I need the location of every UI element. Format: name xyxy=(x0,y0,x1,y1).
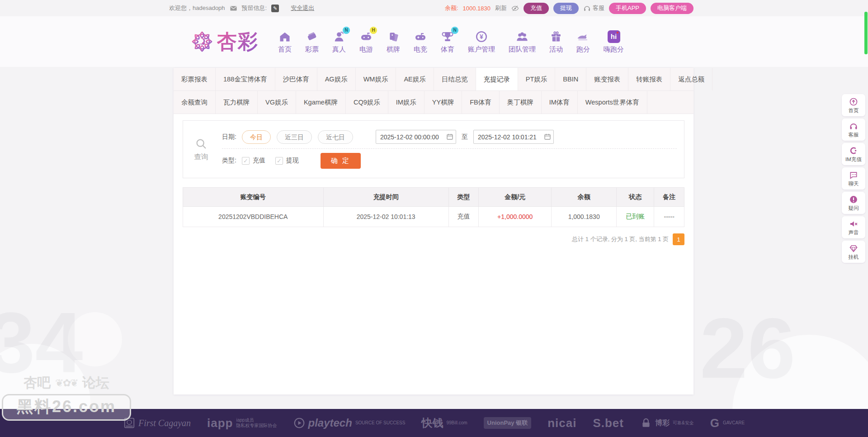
tab-返点总额[interactable]: 返点总额 xyxy=(670,68,712,90)
mail-icon[interactable] xyxy=(230,5,237,12)
service-link[interactable]: 客服 xyxy=(583,4,604,12)
footer-logo-name: iapp xyxy=(207,416,233,430)
withdraw-button[interactable]: 提现 xyxy=(553,3,579,14)
type-check-充值[interactable]: ✓充值 xyxy=(242,157,265,165)
tab-PT娱乐[interactable]: PT娱乐 xyxy=(518,68,556,90)
tab-沙巴体育[interactable]: 沙巴体育 xyxy=(275,68,317,90)
home-icon xyxy=(278,30,292,43)
message-label: 预留信息: xyxy=(242,4,267,12)
nav-item-2[interactable]: 彩票 xyxy=(298,30,326,54)
sidebar-item-聊天[interactable]: 聊天 xyxy=(842,167,865,190)
nav-item-8[interactable]: ¥账户管理 xyxy=(461,30,502,54)
page-number-button[interactable]: 1 xyxy=(673,233,684,245)
tab-VG娱乐[interactable]: VG娱乐 xyxy=(258,91,296,114)
sidebar-item-客服[interactable]: 客服 xyxy=(842,119,865,141)
nav-item-9[interactable]: 团队管理 xyxy=(502,30,542,54)
checkbox-icon: ✓ xyxy=(275,157,283,165)
tab-AG娱乐[interactable]: AG娱乐 xyxy=(317,68,356,90)
question-icon xyxy=(849,195,858,204)
type-check-提现[interactable]: ✓提现 xyxy=(275,157,299,165)
brand-logo[interactable]: 杏彩 xyxy=(190,28,259,55)
nav-item-12[interactable]: hi嗨跑分 xyxy=(597,30,631,54)
tab-AE娱乐[interactable]: AE娱乐 xyxy=(396,68,434,90)
tab-YY棋牌[interactable]: YY棋牌 xyxy=(425,91,462,114)
check-label: 提现 xyxy=(286,157,299,165)
search-label: 查询 xyxy=(194,152,208,162)
footer-logo-name: S.bet xyxy=(593,416,624,430)
footer-logo-name: playtech xyxy=(308,417,352,429)
footer-logo-name: 博彩 xyxy=(655,418,670,428)
watermark: 杏吧 ❦✿❦ 论坛 黑料26.com xyxy=(2,374,131,421)
footer-logo-sub: 99Bill.com xyxy=(446,420,467,426)
date-from-input[interactable] xyxy=(376,130,456,144)
nav-item-3[interactable]: N真人 xyxy=(326,30,353,54)
footer-logo-sub: iapp成员 隐私权专家国际协会 xyxy=(236,418,277,428)
nav-item-4[interactable]: H电游 xyxy=(353,30,380,54)
tab-IM体育[interactable]: IM体育 xyxy=(542,91,578,114)
scrollbar-thumb[interactable] xyxy=(864,12,868,54)
cell-余额: 1,000.1830 xyxy=(552,207,617,227)
sidebar-item-声音[interactable]: 声音 xyxy=(842,216,865,238)
cell-类型: 充值 xyxy=(448,207,479,227)
deposit-button[interactable]: 充值 xyxy=(524,3,549,14)
confirm-button[interactable]: 确 定 xyxy=(321,153,361,169)
eye-off-icon[interactable] xyxy=(511,5,519,12)
tabs-row-1: 彩票报表188金宝博体育沙巴体育AG娱乐WM娱乐AE娱乐日结总览充提记录PT娱乐… xyxy=(174,68,693,91)
headset-icon xyxy=(583,5,591,12)
type-label: 类型: xyxy=(222,157,236,165)
range-pill-近三日[interactable]: 近三日 xyxy=(277,130,312,144)
tab-Wesports世界体育[interactable]: Wesports世界体育 xyxy=(578,91,647,114)
tab-CQ9娱乐[interactable]: CQ9娱乐 xyxy=(346,91,388,114)
range-pill-今日[interactable]: 今日 xyxy=(242,130,271,144)
nav-item-6[interactable]: 电竞 xyxy=(407,30,434,54)
date-to-input[interactable] xyxy=(473,130,554,144)
tab-余额查询[interactable]: 余额查询 xyxy=(174,91,216,114)
column-header-类型: 类型 xyxy=(448,188,479,207)
refresh-link[interactable]: 刷新 xyxy=(495,4,507,12)
tab-IM娱乐[interactable]: IM娱乐 xyxy=(388,91,425,114)
footer-logo-6: nicai xyxy=(547,416,576,430)
nav-item-5[interactable]: 棋牌 xyxy=(380,30,407,54)
nav-item-1[interactable]: 首页 xyxy=(271,30,298,54)
nav-item-7[interactable]: N体育 xyxy=(434,30,461,54)
sidebar-item-首页[interactable]: 首页 xyxy=(842,94,865,116)
tab-FB体育[interactable]: FB体育 xyxy=(462,91,500,114)
mobile-app-button[interactable]: 手机APP xyxy=(609,3,646,14)
sidebar-label: 客服 xyxy=(849,132,859,138)
content-card: 彩票报表188金宝博体育沙巴体育AG娱乐WM娱乐AE娱乐日结总览充提记录PT娱乐… xyxy=(174,68,693,394)
tab-WM娱乐[interactable]: WM娱乐 xyxy=(356,68,396,90)
footer-logo-2: iappiapp成员 隐私权专家国际协会 xyxy=(207,416,277,430)
tab-彩票报表[interactable]: 彩票报表 xyxy=(174,68,216,90)
tab-188金宝博体育[interactable]: 188金宝博体育 xyxy=(216,68,275,90)
play-circle-icon xyxy=(293,417,305,429)
sidebar-label: 声音 xyxy=(849,229,859,236)
column-header-充提时间: 充提时间 xyxy=(323,188,448,207)
edit-icon[interactable]: ✎ xyxy=(271,5,279,12)
footer-logo-5: UnionPay 银联 xyxy=(484,417,532,429)
bg-number-right: 26 xyxy=(700,299,795,397)
type-checkboxes: ✓充值✓提现 xyxy=(242,157,309,165)
sidebar-item-挂机[interactable]: 挂机 xyxy=(842,241,865,263)
watermark-site: 黑料26.com xyxy=(2,394,131,421)
tab-奥丁棋牌[interactable]: 奥丁棋牌 xyxy=(500,91,542,114)
logout-link[interactable]: 安全退出 xyxy=(291,4,314,12)
nav-label: 彩票 xyxy=(305,45,319,54)
tab-账变报表[interactable]: 账变报表 xyxy=(586,68,628,90)
topbar: 欢迎您，hadesadoph 预留信息: ✎ 安全退出 余额: 1000.183… xyxy=(0,0,868,16)
tab-BBIN[interactable]: BBIN xyxy=(555,68,586,90)
tab-转账报表[interactable]: 转账报表 xyxy=(628,68,670,90)
team-icon xyxy=(515,30,529,43)
tab-瓦力棋牌[interactable]: 瓦力棋牌 xyxy=(216,91,258,114)
check-label: 充值 xyxy=(253,157,265,165)
tab-日结总览[interactable]: 日结总览 xyxy=(434,68,476,90)
search-icon xyxy=(194,137,208,151)
nav-item-10[interactable]: 活动 xyxy=(542,30,570,54)
pc-client-button[interactable]: 电脑客户端 xyxy=(651,3,693,14)
nav-item-11[interactable]: 跑分 xyxy=(570,30,597,54)
range-pill-近七日[interactable]: 近七日 xyxy=(318,130,353,144)
sidebar-item-IM充值[interactable]: IM充值 xyxy=(842,143,865,165)
filter-panel: 查询 日期: 今日近三日近七日 至 xyxy=(183,120,684,178)
tab-充提记录[interactable]: 充提记录 xyxy=(476,68,518,90)
sidebar-item-疑问[interactable]: 疑问 xyxy=(842,192,865,214)
tab-Kgame棋牌[interactable]: Kgame棋牌 xyxy=(296,91,346,114)
